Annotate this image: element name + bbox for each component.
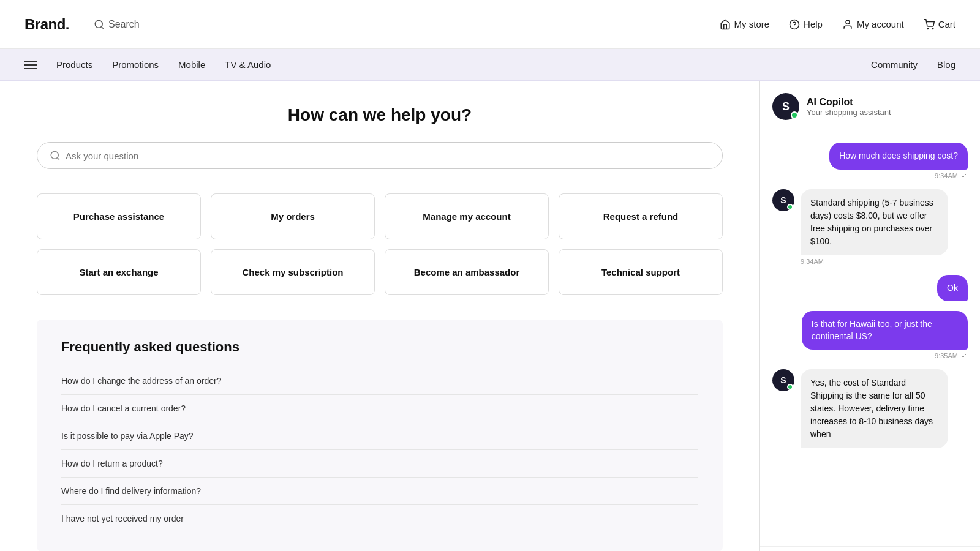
become-ambassador-button[interactable]: Become an ambassador — [385, 249, 549, 295]
faq-item[interactable]: Is it possible to pay via Apple Pay? — [61, 422, 698, 450]
header-nav: My store Help My account Cart — [720, 19, 956, 30]
ask-question-input-wrap[interactable] — [37, 142, 723, 169]
chat-input-area[interactable] — [760, 546, 980, 551]
faq-title: Frequently asked questions — [61, 339, 698, 355]
store-icon — [720, 19, 731, 30]
user-message-3: Is that for Hawaii too, or just the cont… — [802, 311, 968, 359]
my-orders-button[interactable]: My orders — [211, 193, 375, 239]
brand-logo[interactable]: Brand. — [24, 16, 69, 33]
cart-icon — [924, 19, 935, 30]
chat-header: S AI Copilot Your shopping assistant — [760, 81, 980, 130]
nav-blog[interactable]: Blog — [937, 59, 956, 70]
svg-point-4 — [846, 20, 850, 24]
nav-promotions[interactable]: Promotions — [112, 59, 159, 70]
chat-title: AI Copilot — [807, 97, 891, 108]
check-icon — [960, 172, 968, 179]
chat-panel: S AI Copilot Your shopping assistant How… — [760, 81, 980, 551]
svg-line-1 — [102, 26, 104, 28]
svg-point-5 — [927, 28, 929, 29]
bot-avatar-1: S — [772, 189, 794, 211]
bot-time-1: 9:34AM — [801, 258, 948, 265]
bot-bubble-2: Yes, the cost of Standard Shipping is th… — [801, 369, 948, 448]
search-icon — [94, 19, 105, 30]
bot-message-1: S Standard shipping (5-7 business days) … — [772, 189, 948, 265]
help-icon — [789, 19, 800, 30]
svg-point-7 — [51, 151, 58, 159]
chat-avatar-wrap: S — [772, 93, 799, 120]
nav-community[interactable]: Community — [871, 59, 918, 70]
navbar-right: Community Blog — [871, 59, 956, 70]
user-time-3: 9:35AM — [935, 352, 968, 359]
bot-content-2: Yes, the cost of Standard Shipping is th… — [801, 369, 948, 448]
ask-search-icon — [50, 150, 61, 161]
faq-item[interactable]: Where do I find delivery information? — [61, 478, 698, 505]
check-icon-2 — [960, 352, 968, 359]
faq-item[interactable]: How do I cancel a current order? — [61, 395, 698, 422]
navbar: Products Promotions Mobile TV & Audio Co… — [0, 49, 980, 81]
faq-item[interactable]: I have not yet received my order — [61, 505, 698, 532]
user-bubble-3: Is that for Hawaii too, or just the cont… — [802, 311, 968, 350]
cart-nav[interactable]: Cart — [924, 19, 956, 30]
bot-online-dot — [787, 204, 793, 210]
user-time-1: 9:34AM — [935, 172, 968, 179]
bot-online-dot-2 — [787, 384, 793, 390]
page-layout: How can we help you? Purchase assistance… — [0, 81, 980, 551]
manage-account-button[interactable]: Manage my account — [385, 193, 549, 239]
svg-point-6 — [932, 28, 933, 29]
bot-bubble-1: Standard shipping (5-7 business days) co… — [801, 189, 948, 255]
chat-messages: How much does shipping cost? 9:34AM S St… — [760, 130, 980, 546]
user-bubble-1: How much does shipping cost? — [829, 143, 968, 170]
search-area[interactable]: Search — [94, 19, 140, 30]
navbar-left: Products Promotions Mobile TV & Audio — [24, 59, 271, 70]
search-label: Search — [108, 19, 140, 30]
my-store-nav[interactable]: My store — [720, 19, 770, 30]
user-message-1: How much does shipping cost? 9:34AM — [829, 143, 968, 179]
my-account-nav[interactable]: My account — [842, 19, 904, 30]
request-refund-button[interactable]: Request a refund — [559, 193, 723, 239]
nav-mobile[interactable]: Mobile — [178, 59, 205, 70]
nav-products[interactable]: Products — [56, 59, 92, 70]
bot-message-2: S Yes, the cost of Standard Shipping is … — [772, 369, 948, 448]
faq-item[interactable]: How do I return a product? — [61, 450, 698, 478]
action-buttons-grid: Purchase assistance My orders Manage my … — [37, 193, 723, 295]
account-icon — [842, 19, 853, 30]
help-title: How can we help you? — [37, 105, 723, 125]
chat-subtitle: Your shopping assistant — [807, 108, 891, 117]
bot-content-1: Standard shipping (5-7 business days) co… — [801, 189, 948, 265]
faq-section: Frequently asked questions How do I chan… — [37, 320, 723, 551]
check-subscription-button[interactable]: Check my subscription — [211, 249, 375, 295]
technical-support-button[interactable]: Technical support — [559, 249, 723, 295]
faq-item[interactable]: How do I change the address of an order? — [61, 367, 698, 395]
header: Brand. Search My store Help My account — [0, 0, 980, 49]
hamburger-menu[interactable] — [24, 61, 37, 69]
chat-header-text: AI Copilot Your shopping assistant — [807, 97, 891, 117]
user-message-2: Ok — [937, 275, 968, 302]
user-bubble-2: Ok — [937, 275, 968, 302]
start-exchange-button[interactable]: Start an exchange — [37, 249, 201, 295]
svg-line-8 — [57, 157, 59, 159]
ask-question-field[interactable] — [66, 151, 710, 161]
bot-avatar-2: S — [772, 369, 794, 391]
help-nav[interactable]: Help — [789, 19, 823, 30]
online-indicator — [791, 111, 798, 119]
nav-tv-audio[interactable]: TV & Audio — [225, 59, 271, 70]
svg-point-0 — [95, 20, 102, 28]
main-content: How can we help you? Purchase assistance… — [0, 81, 760, 551]
purchase-assistance-button[interactable]: Purchase assistance — [37, 193, 201, 239]
